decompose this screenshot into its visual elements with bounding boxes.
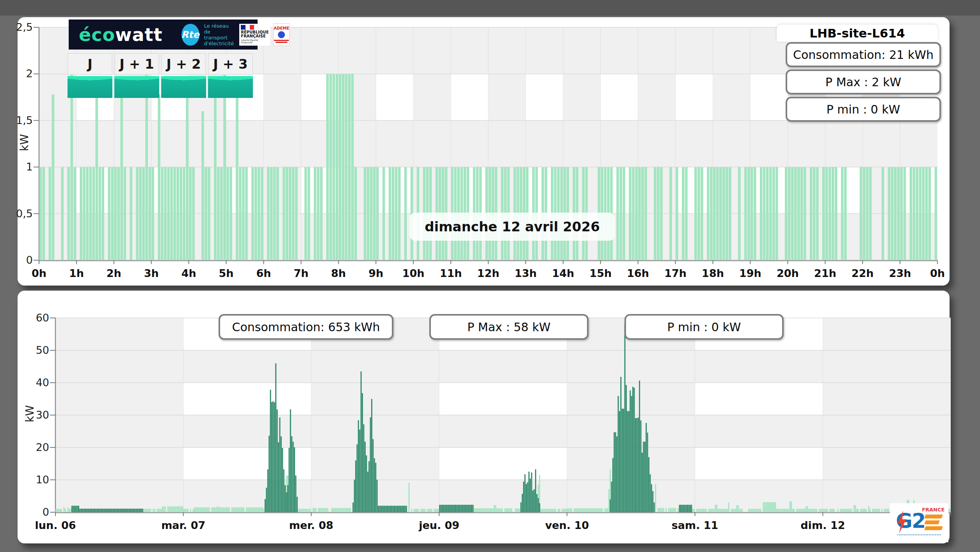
ecowatt-green-signal-icon — [161, 76, 206, 98]
day-chart-y-axis-unit: kW — [18, 134, 31, 151]
rte-logo-icon: Rte — [181, 24, 199, 46]
x-tick-label: dim. 12 — [799, 519, 846, 531]
stat-chip: Consommation: 653 kWh — [219, 314, 393, 340]
ademe-globe-icon — [278, 31, 285, 38]
window-top-strip — [0, 0, 980, 16]
ecowatt-green-signal-icon — [68, 76, 112, 98]
x-tick-label: jeu. 09 — [416, 519, 462, 531]
forecast-tab-jplus-1[interactable]: J + 1 — [114, 53, 159, 98]
stat-chip: P min : 0 kW — [786, 97, 941, 122]
g2-e-bars-icon — [925, 515, 942, 530]
site-title: LHB-site-L614 — [777, 25, 938, 42]
x-tick-label: lun. 06 — [32, 519, 79, 531]
french-flag-icon — [241, 25, 254, 30]
y-tick-label: 10 — [22, 474, 49, 486]
stat-chip: P min : 0 kW — [624, 314, 784, 340]
republique-francaise-logo: RÉPUBLIQUEFRANÇAISE Liberté Égalité Frat… — [239, 24, 270, 46]
g2-france-logo: G2 FRANCE — [890, 503, 948, 542]
forecast-tab-label: J + 3 — [208, 53, 253, 75]
panel-week-chart: kW G2 FRANCE 0102030405060lun. 06mar. 07… — [18, 291, 950, 543]
panel-day-chart: kW écowatt Rte Le réseau de transport d'… — [18, 17, 950, 286]
y-tick-label: 40 — [22, 376, 49, 389]
week-chart-canvas[interactable] — [55, 318, 951, 512]
rte-tagline: Le réseau de transport d'électricité — [204, 23, 234, 46]
y-tick-label: 30 — [22, 409, 49, 421]
forecast-tab-jplus-3[interactable]: J + 3 — [208, 53, 253, 98]
y-tick-label: 20 — [22, 441, 49, 453]
y-tick-label: 0,5 — [5, 208, 33, 220]
x-tick-label: 0h — [914, 267, 961, 279]
ecowatt-logo: écowatt — [79, 24, 163, 45]
ecowatt-green-signal-icon — [114, 76, 159, 98]
gov-motto: Liberté Égalité Fraternité — [241, 39, 269, 44]
y-tick-label: 0 — [22, 506, 49, 518]
ecowatt-banner: écowatt Rte Le réseau de transport d'éle… — [69, 20, 258, 50]
forecast-tab-label: J + 1 — [114, 53, 159, 75]
lightning-bolt-icon — [897, 511, 907, 533]
x-tick-label: ven. 10 — [544, 519, 590, 531]
date-overlay-label: dimanche 12 avril 2026 — [410, 213, 615, 241]
y-tick-label: 50 — [22, 344, 49, 356]
y-tick-label: 0 — [5, 254, 33, 266]
ecowatt-green-signal-icon — [208, 76, 253, 98]
forecast-tab-label: J — [68, 53, 112, 75]
forecast-tab-j[interactable]: J — [68, 53, 112, 98]
forecast-day-tabs: JJ + 1J + 2J + 3 — [68, 53, 253, 98]
y-tick-label: 60 — [22, 312, 49, 324]
y-tick-label: 1,5 — [5, 114, 33, 126]
y-tick-label: 2 — [5, 67, 33, 80]
x-tick-label: sam. 11 — [672, 519, 719, 531]
stat-chip: P Max : 58 kW — [429, 314, 589, 340]
y-tick-label: 2,5 — [5, 21, 33, 33]
forecast-tab-jplus-2[interactable]: J + 2 — [161, 53, 206, 98]
y-tick-label: 1 — [5, 161, 33, 173]
forecast-tab-label: J + 2 — [161, 53, 206, 75]
ademe-logo: ADEME — [273, 23, 290, 46]
x-tick-label: mer. 08 — [288, 519, 334, 531]
stat-chip: P Max : 2 kW — [786, 69, 941, 94]
stat-chip: Consommation: 21 kWh — [786, 42, 941, 67]
app-window: kW écowatt Rte Le réseau de transport d'… — [0, 0, 980, 552]
x-tick-label: mar. 07 — [160, 519, 207, 531]
